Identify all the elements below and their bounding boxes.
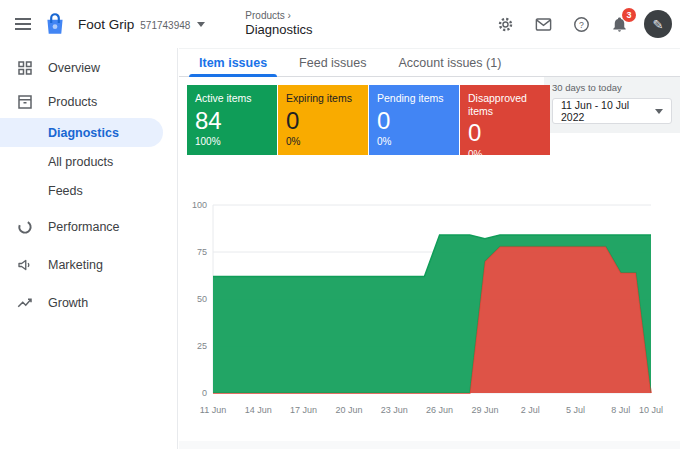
sidebar-item-label: Feeds <box>48 184 83 198</box>
sidebar-item-growth[interactable]: Growth <box>0 287 177 319</box>
trending-up-icon <box>16 294 34 312</box>
tab-item-issues[interactable]: Item issues <box>183 49 283 76</box>
svg-text:26 Jun: 26 Jun <box>426 405 453 415</box>
sidebar-item-label: Growth <box>48 296 88 310</box>
breadcrumb-parent[interactable]: Products › <box>245 10 312 23</box>
gear-icon <box>496 15 515 34</box>
svg-text:14 Jun: 14 Jun <box>245 405 272 415</box>
stat-value: 0 <box>468 120 542 146</box>
date-range-select[interactable]: 11 Jun - 10 Jul 2022 <box>552 98 672 124</box>
svg-text:10 Jul: 10 Jul <box>639 405 663 415</box>
page-title: Diagnostics <box>245 22 312 38</box>
help-icon: ? <box>572 15 591 34</box>
stat-label: Expiring items <box>286 92 360 105</box>
sidebar-item-label: Performance <box>48 220 120 234</box>
svg-text:29 Jun: 29 Jun <box>471 405 498 415</box>
sidebar-item-marketing[interactable]: Marketing <box>0 249 177 281</box>
issues-tabbar: Item issues Feed issues Account issues (… <box>179 49 680 77</box>
date-range-panel: 30 days to today 11 Jun - 10 Jul 2022 <box>544 77 680 133</box>
svg-text:11 Jun: 11 Jun <box>200 405 226 415</box>
issues-area-chart: 025507510011 Jun14 Jun17 Jun20 Jun23 Jun… <box>183 185 663 425</box>
stat-percent: 0% <box>468 149 542 160</box>
box-icon <box>16 93 34 111</box>
donut-icon <box>16 218 34 236</box>
main-content: Item issues Feed issues Account issues (… <box>179 48 680 449</box>
hamburger-menu-button[interactable] <box>6 7 40 41</box>
stat-card-disapproved[interactable]: Disapproved items 0 0% <box>460 85 550 155</box>
sidebar-item-label: Marketing <box>48 258 103 272</box>
sidebar: Overview Products Diagnostics All produc… <box>0 48 178 449</box>
merchant-center-app: Foot Grip 571743948 Products › Diagnosti… <box>0 0 680 449</box>
svg-text:?: ? <box>579 19 584 29</box>
tab-label: Feed issues <box>299 56 366 70</box>
avatar[interactable]: ✎ <box>644 10 672 38</box>
sidebar-item-feeds[interactable]: Feeds <box>0 176 177 205</box>
sidebar-item-label: Overview <box>48 61 100 75</box>
stat-card-active[interactable]: Active items 84 100% <box>187 85 277 155</box>
stat-label: Disapproved items <box>468 92 542 117</box>
sidebar-item-label: Diagnostics <box>48 126 119 140</box>
grid-icon <box>16 59 34 77</box>
svg-text:23 Jun: 23 Jun <box>381 405 408 415</box>
stat-value: 84 <box>195 108 269 134</box>
date-range-value: 11 Jun - 10 Jul 2022 <box>561 99 651 123</box>
stat-card-pending[interactable]: Pending items 0 0% <box>369 85 459 155</box>
svg-text:0: 0 <box>202 388 207 398</box>
help-button[interactable]: ? <box>564 7 598 41</box>
stat-label: Active items <box>195 92 269 105</box>
header-actions: ? 3 ✎ <box>488 7 672 41</box>
stat-percent: 100% <box>195 136 269 147</box>
svg-text:25: 25 <box>197 341 207 351</box>
stat-label: Pending items <box>377 92 451 105</box>
notification-badge: 3 <box>622 8 636 22</box>
account-id: 571743948 <box>140 20 190 31</box>
stat-percent: 0% <box>286 136 360 147</box>
sidebar-item-diagnostics[interactable]: Diagnostics <box>0 118 163 147</box>
svg-text:20 Jun: 20 Jun <box>335 405 362 415</box>
stat-cards: Active items 84 100% Expiring items 0 0%… <box>187 85 550 155</box>
mail-icon <box>534 15 553 34</box>
stat-percent: 0% <box>377 136 451 147</box>
svg-text:75: 75 <box>197 247 207 257</box>
chevron-down-icon <box>197 22 205 27</box>
settings-button[interactable] <box>488 7 522 41</box>
account-switcher[interactable]: Foot Grip 571743948 <box>78 17 205 32</box>
tab-label: Account issues (1) <box>399 56 502 70</box>
stat-value: 0 <box>377 108 451 134</box>
tab-account-issues[interactable]: Account issues (1) <box>383 49 518 76</box>
svg-text:5 Jul: 5 Jul <box>566 405 585 415</box>
speaker-icon <box>16 256 34 274</box>
tab-feed-issues[interactable]: Feed issues <box>283 49 382 76</box>
hamburger-icon <box>14 15 32 33</box>
sidebar-item-label: Products <box>48 95 97 109</box>
svg-text:100: 100 <box>192 200 207 210</box>
date-range-caption: 30 days to today <box>552 82 672 93</box>
issues-chart-container: 025507510011 Jun14 Jun17 Jun20 Jun23 Jun… <box>183 185 663 429</box>
sidebar-item-label: All products <box>48 155 113 169</box>
chevron-down-icon <box>655 109 663 114</box>
merchant-center-logo-icon[interactable] <box>42 11 68 37</box>
stat-value: 0 <box>286 108 360 134</box>
messages-button[interactable] <box>526 7 560 41</box>
notifications-button[interactable]: 3 <box>602 7 636 41</box>
stat-card-expiring[interactable]: Expiring items 0 0% <box>278 85 368 155</box>
svg-text:50: 50 <box>197 294 207 304</box>
breadcrumb: Products › Diagnostics <box>245 10 312 39</box>
scroll-edge <box>179 441 680 449</box>
account-name: Foot Grip <box>78 17 134 32</box>
svg-text:2 Jul: 2 Jul <box>521 405 540 415</box>
sidebar-item-overview[interactable]: Overview <box>0 52 177 84</box>
top-header: Foot Grip 571743948 Products › Diagnosti… <box>0 0 680 48</box>
sidebar-item-products[interactable]: Products <box>0 86 177 118</box>
sidebar-item-all-products[interactable]: All products <box>0 147 177 176</box>
svg-text:8 Jul: 8 Jul <box>611 405 630 415</box>
sidebar-item-performance[interactable]: Performance <box>0 211 177 243</box>
svg-text:17 Jun: 17 Jun <box>290 405 317 415</box>
tab-label: Item issues <box>199 56 267 70</box>
